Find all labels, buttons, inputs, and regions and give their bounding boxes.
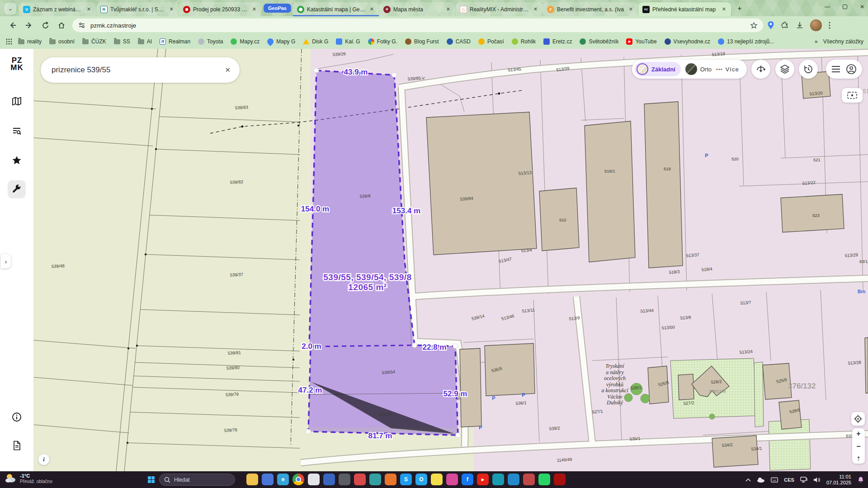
bookmark-star-icon[interactable] — [750, 22, 758, 29]
edge-taskbar-icon[interactable]: e — [277, 474, 289, 485]
bookmark-item[interactable]: ČÚZK — [82, 38, 106, 45]
bookmark-item[interactable]: Toyota — [198, 38, 223, 45]
tools-wrench-icon[interactable] — [8, 180, 26, 198]
basemap-ortho-button[interactable]: Orto — [685, 63, 712, 75]
home-icon[interactable] — [55, 19, 68, 32]
document-icon[interactable] — [8, 436, 26, 455]
file-explorer-taskbar-icon[interactable] — [246, 474, 258, 485]
bookmark-item[interactable]: Disk G — [303, 38, 328, 45]
minimize-button[interactable]: — — [825, 4, 830, 10]
reload-icon[interactable] — [39, 19, 52, 32]
all-bookmarks-button[interactable]: Všechny záložky — [823, 38, 863, 45]
bookmark-item[interactable]: Kal. G — [336, 38, 360, 45]
tab-close-icon[interactable]: ✕ — [627, 6, 634, 12]
screenshot-button[interactable] — [842, 88, 863, 103]
network-icon[interactable] — [800, 477, 807, 483]
youtube-taskbar-icon[interactable]: ▶ — [477, 474, 489, 485]
browser-tab[interactable]: Katastrální mapa | GeoPas.c✕ — [293, 2, 379, 16]
tab-search-button[interactable]: ⌄ — [5, 3, 16, 14]
maximize-button[interactable] — [843, 5, 847, 9]
whatsapp-taskbar-icon[interactable] — [538, 474, 550, 485]
bookmark-item[interactable]: Fotky G. — [368, 38, 397, 45]
url-text[interactable]: pzmk.cz/nastroje — [90, 22, 750, 29]
start-button[interactable] — [146, 474, 157, 485]
mail-app-taskbar-icon[interactable] — [262, 474, 274, 485]
facebook-taskbar-icon[interactable]: f — [462, 474, 473, 485]
tab-close-icon[interactable]: ✕ — [532, 6, 539, 12]
account-icon[interactable] — [846, 64, 857, 75]
location-pin-icon[interactable] — [767, 21, 775, 30]
hamburger-menu-icon[interactable] — [831, 66, 840, 73]
bookmark-item[interactable]: osobní — [49, 38, 75, 45]
layers-button[interactable] — [775, 60, 794, 79]
bookmark-item[interactable]: Eretz.cz — [543, 38, 572, 45]
browser-tab[interactable]: VZáznam z webináře CeMap✕ — [19, 2, 96, 16]
bookmarks-overflow-chevron[interactable]: » — [815, 38, 818, 45]
bookmark-item[interactable]: reality — [18, 38, 42, 45]
apps-grid-icon[interactable] — [5, 38, 13, 45]
browser-tab[interactable]: Prodej pole 250933 m², Mě✕ — [179, 2, 261, 16]
tab-close-icon[interactable]: ✕ — [85, 6, 92, 12]
bookmark-item[interactable]: Vsevyhodne.cz — [665, 38, 710, 45]
tab-close-icon[interactable]: ✕ — [251, 6, 258, 12]
taskbar-search[interactable]: Hledat — [159, 474, 235, 486]
viewer-taskbar-icon[interactable] — [523, 474, 535, 485]
skype-taskbar-icon[interactable]: S — [400, 474, 412, 485]
list-search-icon[interactable] — [8, 122, 26, 140]
office-taskbar-icon[interactable] — [323, 474, 335, 485]
sidebar-expand-chevron[interactable]: › — [1, 254, 11, 268]
tab-close-icon[interactable]: ✕ — [368, 6, 375, 12]
bookmark-item[interactable]: Blog Furst — [405, 38, 439, 45]
back-icon[interactable] — [6, 19, 19, 32]
keyboard-icon[interactable] — [771, 477, 778, 483]
map-icon[interactable] — [8, 92, 26, 110]
tray-chevron-icon[interactable] — [745, 478, 751, 482]
paint-taskbar-icon[interactable] — [354, 474, 366, 485]
search-input[interactable]: prizrenice 539/55 — [52, 66, 225, 75]
browser-tab[interactable]: RTvůjmakléř s.r.o. | Systém Re✕ — [96, 2, 179, 16]
photos-taskbar-icon[interactable] — [446, 474, 458, 485]
bookmark-item[interactable]: Mapy G — [267, 38, 295, 45]
onedrive-icon[interactable] — [757, 477, 765, 483]
locate-me-button[interactable] — [851, 412, 865, 426]
extensions-puzzle-icon[interactable] — [781, 21, 789, 29]
profile-avatar[interactable] — [810, 19, 822, 31]
tab-close-icon[interactable]: ✕ — [721, 6, 727, 12]
site-settings-icon[interactable] — [78, 22, 86, 29]
tab-close-icon[interactable]: ✕ — [168, 6, 175, 12]
bookmark-item[interactable]: SS — [114, 38, 130, 45]
media-player-taskbar-icon[interactable] — [492, 474, 504, 485]
calculator-taskbar-icon[interactable] — [308, 474, 320, 485]
vscode-taskbar-icon[interactable] — [508, 474, 519, 485]
favorites-star-icon[interactable] — [8, 151, 26, 169]
volume-icon[interactable] — [813, 477, 821, 483]
taskbar-weather-widget[interactable]: -1°C Převáž. oblačno — [5, 473, 52, 484]
zoom-in-button[interactable]: + — [856, 430, 860, 437]
browser-tab[interactable]: FBenefit investment, a.s. (Iva✕ — [543, 2, 638, 16]
bookmark-item[interactable]: RRealman — [160, 38, 190, 45]
bookmark-item[interactable]: Počasí — [478, 38, 504, 45]
browser-tab[interactable]: ✶Mapa města✕ — [379, 2, 455, 16]
tab-close-icon[interactable]: ✕ — [445, 6, 452, 12]
maps-taskbar-icon[interactable] — [369, 474, 381, 485]
info-circle-icon[interactable] — [8, 408, 26, 426]
bookmark-item[interactable]: Rohlik — [512, 38, 536, 45]
browser-tab[interactable]: PZPřehledné katastrální map✕ — [638, 2, 731, 16]
outlook-taskbar-icon[interactable]: O — [415, 474, 427, 485]
compass-icon[interactable]: ▲▼ — [857, 455, 860, 462]
menu-kebab-icon[interactable] — [828, 21, 831, 29]
close-button[interactable]: ✕ — [860, 4, 864, 10]
basemap-basic-button[interactable]: Základní — [635, 62, 681, 76]
basemap-more-button[interactable]: ••• Více — [716, 66, 739, 73]
settings-taskbar-icon[interactable] — [339, 474, 350, 485]
forward-icon[interactable] — [23, 19, 35, 32]
bookmark-item[interactable]: 13 nejlepší zdrojů... — [718, 38, 774, 45]
cadastral-map[interactable]: 539/83539/82539/48539/37539/81539/80539/… — [34, 49, 868, 471]
bookmark-item[interactable]: Mapy.cz — [231, 38, 259, 45]
history-button[interactable] — [799, 60, 818, 79]
bookmark-item[interactable]: AI — [138, 38, 152, 45]
browser-tab[interactable]: ⌂RealityMIX - Administrační✕ — [456, 2, 542, 16]
bookmark-item[interactable]: ▶YouTube — [626, 38, 656, 45]
taskbar-clock[interactable]: 11:01 07.01.2025 — [826, 474, 851, 486]
chrome-taskbar-icon[interactable] — [292, 474, 304, 485]
